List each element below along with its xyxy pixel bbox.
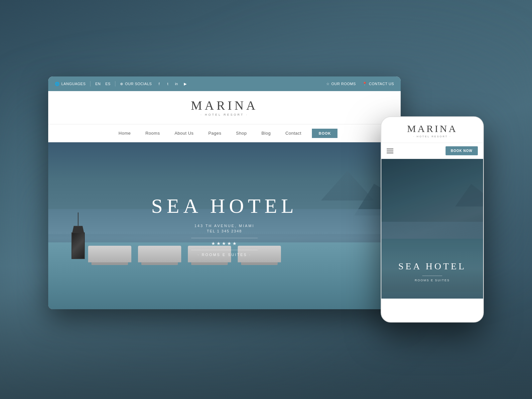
desktop-topbar: 🌐 LANGUAGES EN ES ⊕ OUR SOCIALS f t xyxy=(48,76,401,91)
languages-menu[interactable]: 🌐 LANGUAGES xyxy=(55,82,85,86)
star-icon: ☆ xyxy=(326,82,330,86)
globe-icon: 🌐 xyxy=(55,82,60,86)
hero-divider-2 xyxy=(191,250,258,250)
nav-contact[interactable]: Contact xyxy=(278,124,309,142)
desktop-hero: SEA HOTEL 143 TH AVENUE, MIAMI TEL 1 345… xyxy=(48,142,401,309)
mobile-header: MARINA · HOTEL RESORT · xyxy=(381,117,483,143)
share-icon: ⊕ xyxy=(120,82,123,86)
nav-rooms[interactable]: Rooms xyxy=(138,124,167,142)
hamburger-line-3 xyxy=(387,153,393,153)
facebook-icon[interactable]: f xyxy=(157,81,162,86)
mobile-hotel-name: MARINA xyxy=(387,124,478,134)
nav-blog[interactable]: Blog xyxy=(254,124,278,142)
mobile-book-button[interactable]: BOOK NOW xyxy=(446,146,478,155)
hero-divider-1 xyxy=(191,238,258,238)
desktop-navbar: Home Rooms About Us Pages Shop Blog Cont… xyxy=(48,124,401,142)
topbar-left: 🌐 LANGUAGES EN ES ⊕ OUR SOCIALS f t xyxy=(55,81,321,86)
nav-shop[interactable]: Shop xyxy=(229,124,254,142)
subtitle-dots-right: · xyxy=(244,113,248,116)
subtitle-dots-left: · xyxy=(200,113,205,116)
topbar-right: ☆ OUR ROOMS 📍 CONTACT US xyxy=(326,82,394,86)
mobile-navbar: BOOK NOW xyxy=(381,143,483,159)
social-icons-group: f t in ▶ xyxy=(157,81,188,86)
linkedin-icon[interactable]: in xyxy=(174,81,179,86)
mobile-hero-divider xyxy=(422,276,442,276)
socials-menu[interactable]: ⊕ OUR SOCIALS xyxy=(120,82,152,86)
lantern-body xyxy=(71,232,85,259)
lantern-top xyxy=(71,226,85,232)
desktop-header: MARINA · HOTEL RESORT · xyxy=(48,91,401,124)
lang-es[interactable]: ES xyxy=(105,82,111,86)
hamburger-line-1 xyxy=(387,149,393,149)
hamburger-line-2 xyxy=(387,151,393,151)
location-icon: 📍 xyxy=(362,82,367,86)
nav-home[interactable]: Home xyxy=(111,124,138,142)
hero-tel: TEL 1 345 2348 xyxy=(125,229,324,233)
desktop-mockup: 🌐 LANGUAGES EN ES ⊕ OUR SOCIALS f t xyxy=(48,76,401,309)
twitter-icon[interactable]: t xyxy=(165,81,171,86)
separator-1 xyxy=(90,81,90,86)
book-button[interactable]: BOOK xyxy=(312,129,337,138)
nav-about[interactable]: About Us xyxy=(167,124,201,142)
mobile-hero: SEA HOTEL ROOMS E SUITES xyxy=(381,159,483,299)
main-container: 🌐 LANGUAGES EN ES ⊕ OUR SOCIALS f t xyxy=(48,76,484,323)
hotel-name: MARINA xyxy=(191,99,258,112)
lang-en[interactable]: EN xyxy=(95,82,100,86)
mobile-hero-title: SEA HOTEL xyxy=(388,261,476,272)
separator-2 xyxy=(115,81,115,86)
hotel-logo: MARINA · HOTEL RESORT · xyxy=(191,99,258,116)
mobile-hero-content: SEA HOTEL ROOMS E SUITES xyxy=(381,261,483,282)
our-rooms-link[interactable]: ☆ OUR ROOMS xyxy=(326,82,356,86)
mobile-mockup: MARINA · HOTEL RESORT · BOOK NOW SEA HOT… xyxy=(381,116,484,323)
mobile-hotel-subtitle: · HOTEL RESORT · xyxy=(387,135,478,138)
hero-content: SEA HOTEL 143 TH AVENUE, MIAMI TEL 1 345… xyxy=(125,195,324,257)
contact-us-link[interactable]: 📍 CONTACT US xyxy=(362,82,394,86)
hero-address: 143 TH AVENUE, MIAMI xyxy=(125,224,324,228)
hero-rooms-link[interactable]: · ROOMS E SUITES · xyxy=(125,253,324,257)
youtube-icon[interactable]: ▶ xyxy=(183,81,188,86)
lantern-handle xyxy=(78,212,78,226)
hotel-tagline: · HOTEL RESORT · xyxy=(191,113,258,116)
hero-stars: ★★★★★ xyxy=(125,241,324,247)
hero-title: SEA HOTEL xyxy=(125,195,324,217)
hamburger-menu[interactable] xyxy=(387,149,393,153)
lantern xyxy=(68,212,88,259)
languages-label[interactable]: LANGUAGES xyxy=(62,82,86,86)
mobile-hero-rooms[interactable]: ROOMS E SUITES xyxy=(388,279,476,282)
nav-pages[interactable]: Pages xyxy=(201,124,228,142)
